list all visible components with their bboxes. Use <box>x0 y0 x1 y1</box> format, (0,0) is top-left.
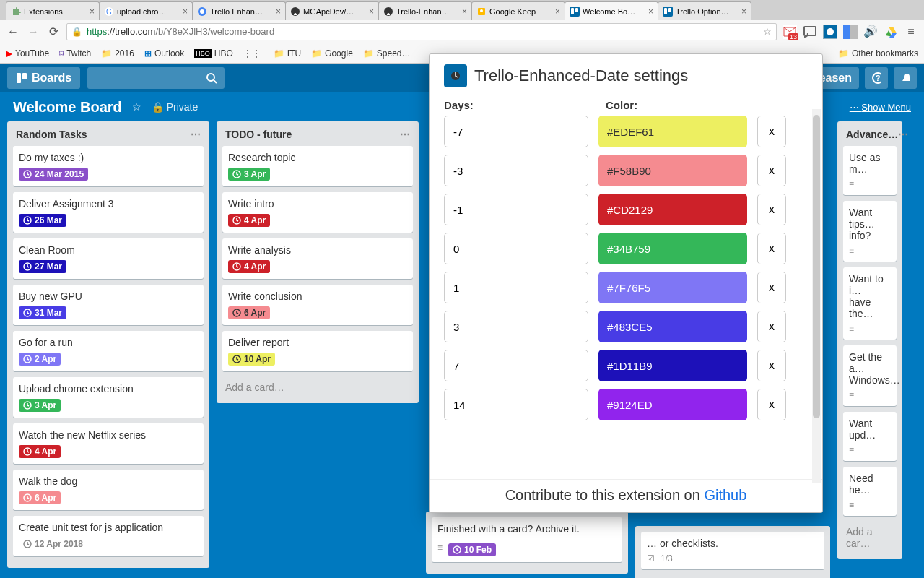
card[interactable]: Want upd…≡ <box>843 412 897 461</box>
tab-close-icon[interactable]: × <box>741 7 746 17</box>
forward-button[interactable]: → <box>26 25 40 39</box>
days-input[interactable] <box>444 233 588 264</box>
card[interactable]: Write analysis4 Apr <box>222 238 413 279</box>
scrollbar-thumb[interactable] <box>813 115 820 418</box>
card[interactable]: Deliver report10 Apr <box>222 331 413 371</box>
days-input[interactable] <box>444 389 588 420</box>
color-swatch[interactable]: #1D11B9 <box>598 350 747 381</box>
popup-scrollbar[interactable] <box>812 109 821 483</box>
card[interactable]: Upload chrome extension3 Apr <box>13 377 204 418</box>
days-input[interactable] <box>444 194 588 225</box>
tab-close-icon[interactable]: × <box>648 7 653 17</box>
list-title[interactable]: TODO - future⋯ <box>222 127 413 146</box>
days-input[interactable] <box>444 155 588 186</box>
browser-tab[interactable]: Trello-Enhan…× <box>378 1 472 20</box>
bookmark-item[interactable]: HBOHBO <box>194 48 233 59</box>
days-input[interactable] <box>444 350 588 381</box>
add-card-button[interactable]: Add a car… <box>843 522 897 553</box>
google-drive-icon[interactable] <box>884 25 898 39</box>
tab-close-icon[interactable]: × <box>183 7 188 17</box>
browser-tab[interactable]: Welcome Bo…× <box>565 1 658 20</box>
github-link[interactable]: Github <box>704 487 746 503</box>
reload-button[interactable]: ⟳ <box>46 25 61 39</box>
google-translate-icon[interactable] <box>843 25 858 39</box>
card[interactable]: Want tips…info?≡ <box>843 201 897 262</box>
card[interactable]: Write conclusion6 Apr <box>222 285 413 325</box>
color-swatch[interactable]: #7F76F5 <box>598 272 747 303</box>
card[interactable]: Watch the new Netflix series4 Apr <box>13 423 204 464</box>
delete-row-button[interactable]: x <box>757 194 786 225</box>
days-input[interactable] <box>444 272 588 303</box>
card[interactable]: Write intro4 Apr <box>222 192 413 233</box>
card[interactable]: Use as m…≡ <box>843 146 897 195</box>
sound-icon[interactable]: 🔊 <box>863 25 878 39</box>
bookmark-item[interactable]: 📁Speed… <box>363 48 411 59</box>
delete-row-button[interactable]: x <box>757 116 786 147</box>
tab-close-icon[interactable]: × <box>462 7 467 17</box>
card[interactable]: Create unit test for js application12 Ap… <box>13 516 204 556</box>
gmail-icon[interactable]: 13 <box>783 25 797 39</box>
browser-tab[interactable]: MGApcDev/…× <box>285 1 379 20</box>
browser-tab[interactable]: Gupload chro…× <box>99 1 193 20</box>
browser-tab[interactable]: Extensions× <box>6 1 100 20</box>
browser-tab[interactable]: Trello Option…× <box>658 1 751 20</box>
bookmark-item[interactable]: 📁ITU <box>274 48 301 59</box>
delete-row-button[interactable]: x <box>757 272 786 303</box>
tab-close-icon[interactable]: × <box>555 7 560 17</box>
list-title[interactable]: Advance…⋯ <box>843 127 897 146</box>
star-icon[interactable]: ☆ <box>763 26 772 37</box>
days-input[interactable] <box>444 311 588 342</box>
delete-row-button[interactable]: x <box>757 233 786 264</box>
star-board-button[interactable]: ☆ <box>132 101 141 113</box>
color-swatch[interactable]: #9124ED <box>598 389 747 420</box>
chrome-menu-icon[interactable]: ≡ <box>904 25 918 39</box>
boards-button[interactable]: Boards <box>7 67 80 89</box>
tab-close-icon[interactable]: × <box>276 7 281 17</box>
card[interactable]: Buy new GPU31 Mar <box>13 285 204 325</box>
card[interactable]: Do my taxes :)24 Mar 2015 <box>13 146 204 186</box>
info-button[interactable]: ? <box>865 67 888 89</box>
delete-row-button[interactable]: x <box>757 350 786 381</box>
list-menu-icon[interactable]: ⋯ <box>400 129 410 140</box>
bookmark-item[interactable]: ▶YouTube <box>6 48 49 59</box>
card[interactable]: Want to i…have the…≡ <box>843 267 897 340</box>
delete-row-button[interactable]: x <box>757 311 786 342</box>
card[interactable]: Get the a…Windows…≡ <box>843 345 897 406</box>
show-menu-button[interactable]: ⋯ Show Menu <box>850 102 911 113</box>
bookmark-item[interactable]: ⋮⋮ <box>243 48 263 59</box>
card[interactable]: Clean Room27 Mar <box>13 238 204 279</box>
add-card-button[interactable]: Add a card… <box>222 377 413 397</box>
card[interactable]: Need he…≡ <box>843 467 897 516</box>
list-title[interactable]: Random Tasks⋯ <box>13 127 204 146</box>
list-menu-icon[interactable]: ⋯ <box>191 129 201 140</box>
cast-icon[interactable] <box>803 25 817 39</box>
color-swatch[interactable]: #F58B90 <box>598 155 747 186</box>
other-bookmarks[interactable]: 📁Other bookmarks <box>838 48 918 59</box>
url-bar[interactable]: 🔒 https://trello.com/b/Y8eXJlH3/welcome-… <box>66 23 777 40</box>
delete-row-button[interactable]: x <box>757 389 786 420</box>
color-swatch[interactable]: #EDEF61 <box>598 116 747 147</box>
bookmark-item[interactable]: 📁2016 <box>101 48 134 59</box>
card[interactable]: Walk the dog6 Apr <box>13 470 204 510</box>
tab-close-icon[interactable]: × <box>90 7 95 17</box>
color-swatch[interactable]: #CD2129 <box>598 194 747 225</box>
bookmark-item[interactable]: ⊞Outlook <box>144 48 184 59</box>
search-input[interactable] <box>87 67 225 89</box>
days-input[interactable] <box>444 116 588 147</box>
card[interactable]: Go for a run2 Apr <box>13 331 204 371</box>
card[interactable]: … or checklists.☑1/3 <box>641 532 824 569</box>
color-swatch[interactable]: #483CE5 <box>598 311 747 342</box>
privacy-button[interactable]: 🔒 Private <box>152 101 198 113</box>
list-menu-icon[interactable]: ⋯ <box>898 129 908 140</box>
card[interactable]: Finished with a card? Archive it.≡10 Feb <box>432 517 622 562</box>
card[interactable]: Research topic3 Apr <box>222 146 413 186</box>
bookmark-item[interactable]: ⌑Twitch <box>59 48 91 59</box>
browser-tab[interactable]: Google Keep× <box>471 1 565 20</box>
back-button[interactable]: ← <box>6 25 20 39</box>
trello-date-ext-icon[interactable] <box>823 25 837 39</box>
card[interactable]: Deliver Assignment 326 Mar <box>13 192 204 233</box>
notifications-button[interactable] <box>894 67 917 89</box>
browser-tab[interactable]: Trello Enhan…× <box>192 1 286 20</box>
tab-close-icon[interactable]: × <box>369 7 374 17</box>
bookmark-item[interactable]: 📁Google <box>311 48 353 59</box>
